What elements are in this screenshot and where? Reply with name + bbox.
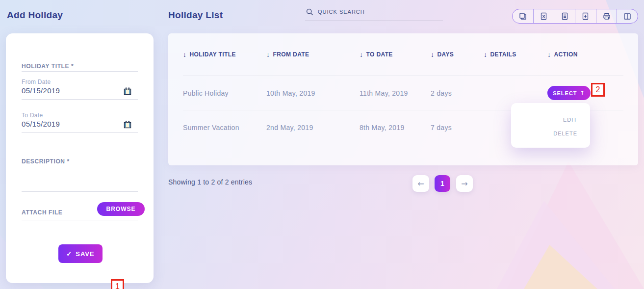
add-holiday-form-card: HOLIDAY TITLE * From Date 05/15/2019 To … xyxy=(6,33,154,283)
entries-summary: Showing 1 to 2 of 2 entries xyxy=(168,178,252,186)
cell-days: 2 days xyxy=(431,89,484,97)
copy-button[interactable] xyxy=(513,9,534,23)
cell-days: 7 days xyxy=(431,124,484,131)
cell-to-date: 8th May, 2019 xyxy=(360,124,431,131)
quick-search xyxy=(305,6,443,21)
sort-icon: ↓ xyxy=(484,51,487,58)
attach-file-label: ATTACH FILE xyxy=(22,209,62,216)
columns-button[interactable] xyxy=(617,9,638,23)
check-icon: ✓ xyxy=(66,250,72,258)
copy-icon xyxy=(519,12,527,20)
to-date-input[interactable]: 05/15/2019 xyxy=(22,120,60,128)
bg-triangle xyxy=(524,245,597,289)
input-underline xyxy=(22,71,138,72)
sort-icon: ↓ xyxy=(431,51,434,58)
arrow-right-icon: → xyxy=(461,179,467,188)
from-date-input[interactable]: 05/15/2019 xyxy=(22,86,60,95)
calendar-icon[interactable] xyxy=(124,87,131,97)
cell-holiday-title: Public Holiday xyxy=(183,89,266,97)
cell-from-date: 2nd May, 2019 xyxy=(266,124,360,131)
table-header-row: ↓HOLIDAY TITLE ↓FROM DATE ↓TO DATE ↓DAYS… xyxy=(183,33,623,76)
bg-triangle xyxy=(497,201,615,289)
select-button-label: SELECT xyxy=(553,90,577,96)
excel-button[interactable] xyxy=(534,9,555,23)
pdf-icon xyxy=(582,12,589,20)
save-button-label: SAVE xyxy=(76,250,94,258)
column-header-to-date[interactable]: ↓TO DATE xyxy=(360,51,431,58)
column-header-from-date[interactable]: ↓FROM DATE xyxy=(266,51,360,58)
annotation-box-1: 1 xyxy=(111,279,124,289)
menu-item-delete[interactable]: DELETE xyxy=(511,127,577,140)
cell-to-date: 11th May, 2019 xyxy=(360,89,431,97)
pagination-prev-button[interactable]: ← xyxy=(412,175,429,192)
print-icon xyxy=(603,12,611,20)
description-field[interactable]: DESCRIPTION * xyxy=(22,158,70,165)
sort-icon: ↓ xyxy=(183,51,186,58)
chevron-up-icon: ↑ xyxy=(580,90,585,96)
annotation-box-2: 2 xyxy=(591,83,605,97)
holiday-title-field[interactable]: HOLIDAY TITLE * xyxy=(22,63,74,70)
menu-item-edit[interactable]: EDIT xyxy=(511,113,577,127)
column-header-holiday-title[interactable]: ↓HOLIDAY TITLE xyxy=(183,51,266,58)
search-icon xyxy=(306,8,313,16)
input-underline xyxy=(22,99,138,100)
from-date-label: From Date xyxy=(22,79,51,85)
excel-icon xyxy=(540,12,547,20)
input-underline xyxy=(22,191,138,192)
bg-triangle xyxy=(507,161,644,289)
cell-holiday-title: Summer Vacation xyxy=(183,124,266,131)
calendar-icon[interactable] xyxy=(124,121,131,131)
column-header-details[interactable]: ↓DETAILS xyxy=(484,51,547,58)
select-button[interactable]: SELECT ↑ xyxy=(547,86,591,100)
sort-icon: ↓ xyxy=(266,51,270,58)
pagination-page-1[interactable]: 1 xyxy=(435,175,450,192)
print-button[interactable] xyxy=(596,9,618,23)
columns-icon xyxy=(623,13,631,20)
add-holiday-title: Add Holiday xyxy=(7,10,63,21)
export-toolbar xyxy=(512,9,638,24)
input-underline xyxy=(22,220,138,220)
sort-icon: ↓ xyxy=(360,51,363,58)
holiday-list-title: Holiday List xyxy=(168,10,223,21)
pdf-button[interactable] xyxy=(575,9,596,23)
pagination-next-button[interactable]: → xyxy=(456,175,473,192)
sort-icon: ↓ xyxy=(547,51,551,58)
to-date-label: To Date xyxy=(22,112,43,119)
arrow-left-icon: ← xyxy=(417,179,424,188)
browse-button[interactable]: BROWSE xyxy=(97,202,145,216)
save-button[interactable]: ✓ SAVE xyxy=(58,244,103,263)
csv-file-icon xyxy=(561,12,568,20)
csv-button[interactable] xyxy=(554,9,575,23)
input-underline xyxy=(22,132,138,133)
action-dropdown-menu: EDIT DELETE xyxy=(511,103,590,148)
search-input[interactable] xyxy=(305,6,443,21)
column-header-days[interactable]: ↓DAYS xyxy=(431,51,484,58)
column-header-action[interactable]: ↓ACTION xyxy=(547,51,623,58)
cell-from-date: 10th May, 2019 xyxy=(266,89,360,97)
